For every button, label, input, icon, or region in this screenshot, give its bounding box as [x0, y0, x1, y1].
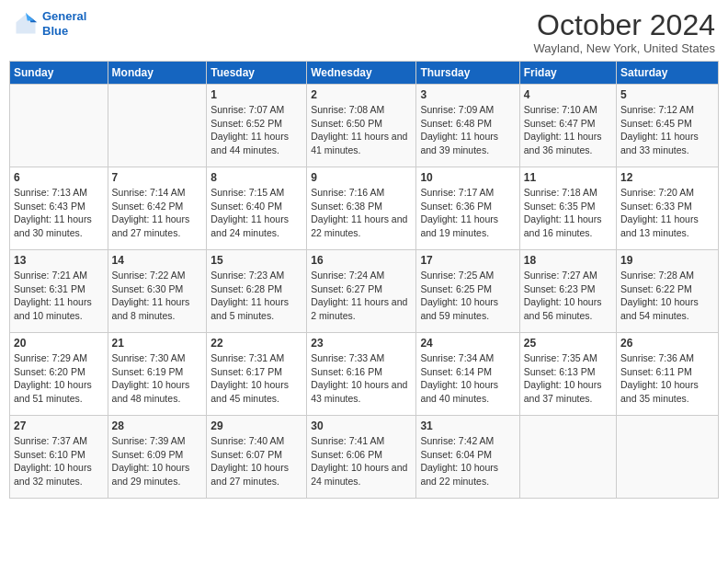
- day-info: Sunrise: 7:23 AMSunset: 6:28 PMDaylight:…: [210, 269, 302, 323]
- calendar-cell: 7Sunrise: 7:14 AMSunset: 6:42 PMDaylight…: [108, 167, 207, 250]
- day-number: 8: [210, 170, 302, 186]
- calendar-cell: 30Sunrise: 7:41 AMSunset: 6:06 PMDayligh…: [307, 416, 416, 499]
- day-info: Sunrise: 7:24 AMSunset: 6:27 PMDaylight:…: [311, 269, 412, 323]
- day-number: 3: [420, 87, 515, 103]
- calendar-cell: 3Sunrise: 7:09 AMSunset: 6:48 PMDaylight…: [416, 85, 519, 167]
- day-number: 14: [112, 253, 203, 269]
- calendar-cell: 22Sunrise: 7:31 AMSunset: 6:17 PMDayligh…: [207, 333, 307, 416]
- calendar-header: SundayMondayTuesdayWednesdayThursdayFrid…: [10, 62, 719, 85]
- day-info: Sunrise: 7:36 AMSunset: 6:11 PMDaylight:…: [620, 351, 714, 406]
- day-info: Sunrise: 7:42 AMSunset: 6:04 PMDaylight:…: [420, 434, 515, 488]
- calendar-cell: 20Sunrise: 7:29 AMSunset: 6:20 PMDayligh…: [10, 333, 108, 416]
- calendar-week-3: 13Sunrise: 7:21 AMSunset: 6:31 PMDayligh…: [10, 250, 719, 333]
- calendar-cell: 11Sunrise: 7:18 AMSunset: 6:35 PMDayligh…: [519, 167, 616, 250]
- day-number: 4: [524, 87, 612, 103]
- title-block: October 2024 Wayland, New York, United S…: [533, 9, 715, 55]
- day-info: Sunrise: 7:29 AMSunset: 6:20 PMDaylight:…: [14, 351, 104, 406]
- day-info: Sunrise: 7:16 AMSunset: 6:38 PMDaylight:…: [311, 186, 412, 240]
- calendar-cell: 28Sunrise: 7:39 AMSunset: 6:09 PMDayligh…: [108, 416, 207, 499]
- calendar-cell: 14Sunrise: 7:22 AMSunset: 6:30 PMDayligh…: [108, 250, 207, 333]
- day-number: 12: [620, 170, 714, 186]
- day-info: Sunrise: 7:31 AMSunset: 6:17 PMDaylight:…: [210, 351, 302, 406]
- calendar-cell: 26Sunrise: 7:36 AMSunset: 6:11 PMDayligh…: [617, 333, 719, 416]
- day-number: 19: [620, 253, 714, 269]
- svg-marker-1: [17, 14, 36, 33]
- day-number: 23: [311, 336, 412, 351]
- calendar-cell: 9Sunrise: 7:16 AMSunset: 6:38 PMDaylight…: [307, 167, 416, 250]
- calendar-cell: 8Sunrise: 7:15 AMSunset: 6:40 PMDaylight…: [207, 167, 307, 250]
- day-number: 29: [210, 419, 302, 434]
- day-info: Sunrise: 7:35 AMSunset: 6:13 PMDaylight:…: [524, 351, 612, 406]
- day-number: 22: [210, 336, 302, 351]
- header-cell-thursday: Thursday: [416, 62, 519, 85]
- calendar-week-1: 1Sunrise: 7:07 AMSunset: 6:52 PMDaylight…: [10, 85, 719, 167]
- day-info: Sunrise: 7:25 AMSunset: 6:25 PMDaylight:…: [420, 269, 515, 323]
- header-cell-monday: Monday: [108, 62, 207, 85]
- calendar-cell: 16Sunrise: 7:24 AMSunset: 6:27 PMDayligh…: [307, 250, 416, 333]
- day-info: Sunrise: 7:33 AMSunset: 6:16 PMDaylight:…: [311, 351, 412, 406]
- day-number: 15: [210, 253, 302, 269]
- calendar-week-2: 6Sunrise: 7:13 AMSunset: 6:43 PMDaylight…: [10, 167, 719, 250]
- calendar-body: 1Sunrise: 7:07 AMSunset: 6:52 PMDaylight…: [10, 85, 719, 499]
- logo: General Blue: [13, 9, 86, 38]
- calendar-cell: 12Sunrise: 7:20 AMSunset: 6:33 PMDayligh…: [617, 167, 719, 250]
- calendar-cell: 31Sunrise: 7:42 AMSunset: 6:04 PMDayligh…: [416, 416, 519, 499]
- day-number: 13: [14, 253, 104, 269]
- day-number: 16: [311, 253, 412, 269]
- day-info: Sunrise: 7:10 AMSunset: 6:47 PMDaylight:…: [524, 103, 612, 157]
- day-number: 26: [620, 336, 714, 351]
- calendar-cell: [108, 85, 207, 167]
- day-number: 30: [311, 419, 412, 434]
- calendar-cell: 23Sunrise: 7:33 AMSunset: 6:16 PMDayligh…: [307, 333, 416, 416]
- day-number: 24: [420, 336, 515, 351]
- calendar-cell: 29Sunrise: 7:40 AMSunset: 6:07 PMDayligh…: [207, 416, 307, 499]
- page-header: General Blue October 2024 Wayland, New Y…: [9, 9, 719, 55]
- day-info: Sunrise: 7:37 AMSunset: 6:10 PMDaylight:…: [14, 434, 104, 488]
- header-cell-friday: Friday: [519, 62, 616, 85]
- calendar-cell: 13Sunrise: 7:21 AMSunset: 6:31 PMDayligh…: [10, 250, 108, 333]
- calendar-cell: 1Sunrise: 7:07 AMSunset: 6:52 PMDaylight…: [207, 85, 307, 167]
- day-number: 11: [524, 170, 612, 186]
- calendar-cell: 19Sunrise: 7:28 AMSunset: 6:22 PMDayligh…: [617, 250, 719, 333]
- day-number: 1: [210, 87, 302, 103]
- day-info: Sunrise: 7:15 AMSunset: 6:40 PMDaylight:…: [210, 186, 302, 240]
- day-number: 6: [14, 170, 104, 186]
- day-info: Sunrise: 7:13 AMSunset: 6:43 PMDaylight:…: [14, 186, 104, 240]
- calendar-cell: 4Sunrise: 7:10 AMSunset: 6:47 PMDaylight…: [519, 85, 616, 167]
- calendar-table: SundayMondayTuesdayWednesdayThursdayFrid…: [9, 61, 719, 499]
- day-number: 2: [311, 87, 412, 103]
- day-info: Sunrise: 7:22 AMSunset: 6:30 PMDaylight:…: [112, 269, 203, 323]
- day-number: 21: [112, 336, 203, 351]
- day-info: Sunrise: 7:07 AMSunset: 6:52 PMDaylight:…: [210, 103, 302, 157]
- logo-icon: [13, 11, 39, 37]
- location: Wayland, New York, United States: [533, 41, 715, 55]
- day-number: 17: [420, 253, 515, 269]
- calendar-cell: 18Sunrise: 7:27 AMSunset: 6:23 PMDayligh…: [519, 250, 616, 333]
- calendar-cell: 6Sunrise: 7:13 AMSunset: 6:43 PMDaylight…: [10, 167, 108, 250]
- day-info: Sunrise: 7:40 AMSunset: 6:07 PMDaylight:…: [210, 434, 302, 488]
- day-info: Sunrise: 7:34 AMSunset: 6:14 PMDaylight:…: [420, 351, 515, 406]
- header-row: SundayMondayTuesdayWednesdayThursdayFrid…: [10, 62, 719, 85]
- calendar-cell: 5Sunrise: 7:12 AMSunset: 6:45 PMDaylight…: [617, 85, 719, 167]
- header-cell-tuesday: Tuesday: [207, 62, 307, 85]
- day-number: 20: [14, 336, 104, 351]
- header-cell-wednesday: Wednesday: [307, 62, 416, 85]
- day-info: Sunrise: 7:12 AMSunset: 6:45 PMDaylight:…: [620, 103, 714, 157]
- day-number: 9: [311, 170, 412, 186]
- day-info: Sunrise: 7:14 AMSunset: 6:42 PMDaylight:…: [112, 186, 203, 240]
- day-number: 27: [14, 419, 104, 434]
- calendar-week-5: 27Sunrise: 7:37 AMSunset: 6:10 PMDayligh…: [10, 416, 719, 499]
- logo-general: General: [42, 9, 86, 23]
- day-info: Sunrise: 7:17 AMSunset: 6:36 PMDaylight:…: [420, 186, 515, 240]
- day-number: 31: [420, 419, 515, 434]
- day-number: 28: [112, 419, 203, 434]
- day-number: 18: [524, 253, 612, 269]
- day-info: Sunrise: 7:30 AMSunset: 6:19 PMDaylight:…: [112, 351, 203, 406]
- header-cell-saturday: Saturday: [617, 62, 719, 85]
- calendar-cell: 17Sunrise: 7:25 AMSunset: 6:25 PMDayligh…: [416, 250, 519, 333]
- calendar-week-4: 20Sunrise: 7:29 AMSunset: 6:20 PMDayligh…: [10, 333, 719, 416]
- day-info: Sunrise: 7:09 AMSunset: 6:48 PMDaylight:…: [420, 103, 515, 157]
- calendar-cell: 15Sunrise: 7:23 AMSunset: 6:28 PMDayligh…: [207, 250, 307, 333]
- calendar-cell: 27Sunrise: 7:37 AMSunset: 6:10 PMDayligh…: [10, 416, 108, 499]
- calendar-cell: 2Sunrise: 7:08 AMSunset: 6:50 PMDaylight…: [307, 85, 416, 167]
